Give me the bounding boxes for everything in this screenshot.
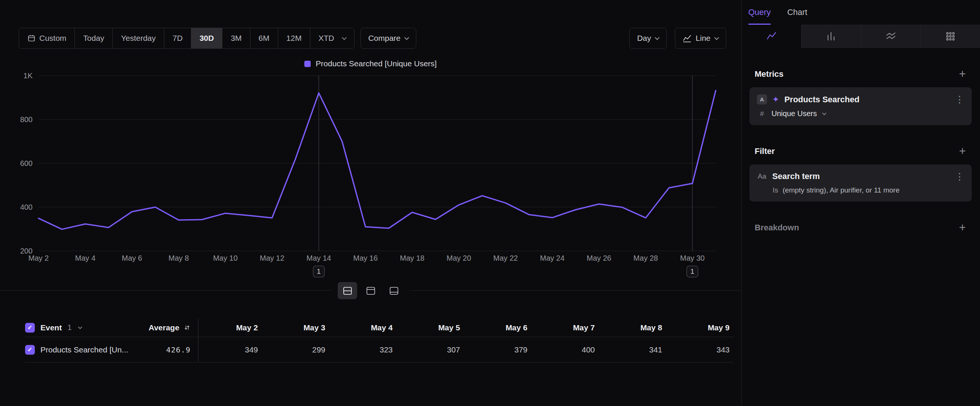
date-column-header: May 3 bbox=[266, 318, 333, 337]
average-value-cell: 426.9 bbox=[149, 337, 198, 362]
row-checkbox[interactable]: ✓ bbox=[25, 345, 35, 355]
chevron-down-icon bbox=[404, 35, 409, 40]
y-tick-label: 1K bbox=[24, 72, 33, 80]
value-cell: 299 bbox=[266, 337, 333, 362]
layout-toggle-group bbox=[332, 282, 409, 299]
range-12m-button[interactable]: 12M bbox=[278, 28, 310, 48]
view-tab-metric[interactable] bbox=[921, 25, 980, 48]
chevron-down-icon bbox=[822, 111, 827, 115]
date-column-header: May 9 bbox=[670, 318, 737, 337]
app-window: CustomTodayYesterday7D30D3M6M12MXTD Comp… bbox=[0, 0, 980, 406]
x-tick-label: May 10 bbox=[213, 254, 238, 262]
event-sparkle-icon: ✦ bbox=[772, 96, 779, 104]
sidebar-body: Metrics + A ✦ Products Searched ⋮ # Uniq… bbox=[741, 68, 980, 233]
breakdown-heading: Breakdown bbox=[755, 223, 799, 232]
bar-chart-icon bbox=[826, 31, 837, 42]
date-column-header: May 4 bbox=[333, 318, 400, 337]
main-area: CustomTodayYesterday7D30D3M6M12MXTD Comp… bbox=[0, 0, 741, 406]
x-tick-label: May 16 bbox=[353, 254, 378, 262]
sidebar-tabs: Query Chart bbox=[741, 0, 980, 25]
add-metric-button[interactable]: + bbox=[959, 68, 966, 80]
average-label: Average bbox=[149, 323, 179, 332]
series-line bbox=[38, 91, 716, 229]
toolbar-right: Day Line bbox=[629, 28, 726, 49]
x-tick-label: May 2 bbox=[29, 254, 49, 262]
line-chart-canvas: 2004006008001KMay 2May 4May 6May 8May 10… bbox=[15, 69, 730, 284]
view-tab-stacked[interactable] bbox=[861, 25, 921, 48]
top-view-icon bbox=[366, 286, 376, 296]
chart-toolbar: CustomTodayYesterday7D30D3M6M12MXTD Comp… bbox=[19, 28, 726, 49]
line-chart-icon bbox=[683, 34, 691, 43]
range-today-button[interactable]: Today bbox=[75, 28, 113, 48]
filter-operator: Is bbox=[773, 186, 778, 194]
chart-type-button[interactable]: Line bbox=[675, 28, 726, 49]
line-chart: 2004006008001KMay 2May 4May 6May 8May 10… bbox=[15, 69, 741, 284]
add-breakdown-button[interactable]: + bbox=[959, 222, 966, 233]
range-7d-button[interactable]: 7D bbox=[164, 28, 191, 48]
metric-card[interactable]: A ✦ Products Searched ⋮ # Unique Users bbox=[749, 87, 972, 125]
range-6m-button[interactable]: 6M bbox=[250, 28, 278, 48]
value-cell: 343 bbox=[670, 337, 737, 362]
event-label: Event bbox=[40, 323, 62, 332]
view-tab-bar[interactable] bbox=[801, 25, 861, 48]
chevron-down-icon bbox=[342, 35, 347, 40]
measure-row[interactable]: # Unique Users bbox=[757, 109, 964, 118]
average-header-cell[interactable]: Average bbox=[149, 318, 198, 337]
data-table: ✓ Event 1 Average May 2May 3May 4May 5Ma… bbox=[15, 318, 734, 363]
view-tab-line[interactable] bbox=[741, 25, 801, 48]
layout-split-button[interactable] bbox=[338, 282, 357, 299]
stacked-chart-icon bbox=[885, 31, 897, 42]
chart-view-tabs bbox=[741, 25, 980, 48]
add-filter-button[interactable]: + bbox=[959, 145, 966, 157]
value-cell: 400 bbox=[535, 337, 602, 362]
x-tick-label: May 4 bbox=[75, 254, 95, 262]
series-badge: A bbox=[757, 94, 767, 105]
date-range-group: CustomTodayYesterday7D30D3M6M12MXTD bbox=[19, 28, 355, 49]
chevron-down-icon[interactable] bbox=[78, 325, 82, 329]
tab-chart[interactable]: Chart bbox=[787, 0, 807, 25]
layout-table-only-button[interactable] bbox=[384, 282, 404, 299]
chart-table-divider bbox=[0, 290, 741, 291]
date-column-header: May 6 bbox=[468, 318, 535, 337]
tab-query[interactable]: Query bbox=[748, 0, 771, 25]
value-cell: 341 bbox=[602, 337, 670, 362]
granularity-label: Day bbox=[637, 34, 651, 43]
filter-condition-row[interactable]: Is (empty string), Air purifier, or 11 m… bbox=[757, 186, 964, 194]
row-name: Products Searched [Un... bbox=[40, 345, 128, 354]
date-column-header: May 5 bbox=[400, 318, 468, 337]
metric-name: Products Searched bbox=[784, 95, 859, 105]
y-tick-label: 400 bbox=[20, 203, 33, 211]
range-custom-button[interactable]: Custom bbox=[19, 28, 75, 48]
filter-section-header: Filter + bbox=[755, 145, 966, 157]
x-tick-label: May 14 bbox=[307, 254, 331, 262]
granularity-button[interactable]: Day bbox=[629, 28, 667, 49]
metric-grid-icon bbox=[945, 31, 956, 42]
range-3m-button[interactable]: 3M bbox=[222, 28, 250, 48]
x-tick-label: May 28 bbox=[633, 254, 658, 262]
layout-chart-only-button[interactable] bbox=[361, 282, 380, 299]
legend-label: Products Searched [Unique Users] bbox=[315, 59, 436, 68]
y-tick-label: 600 bbox=[20, 159, 33, 167]
line-chart-icon bbox=[766, 31, 777, 42]
bottom-view-icon bbox=[389, 286, 399, 296]
chevron-down-icon bbox=[714, 35, 719, 40]
range-yesterday-button[interactable]: Yesterday bbox=[113, 28, 164, 48]
range-30d-button[interactable]: 30D bbox=[191, 28, 223, 48]
annotation-badge[interactable]: 1 bbox=[687, 266, 698, 277]
legend-swatch bbox=[304, 61, 311, 67]
chart-legend: Products Searched [Unique Users] bbox=[0, 59, 741, 69]
annotation-badge[interactable]: 1 bbox=[313, 266, 325, 277]
hash-icon: # bbox=[757, 110, 767, 118]
kebab-menu-icon[interactable]: ⋮ bbox=[955, 95, 964, 104]
compare-button[interactable]: Compare bbox=[361, 28, 416, 49]
range-xtd-button[interactable]: XTD bbox=[310, 28, 354, 48]
table-data-row: ✓ Products Searched [Un... 426.9 3492993… bbox=[25, 337, 734, 363]
x-tick-label: May 8 bbox=[169, 254, 189, 262]
text-type-icon: Aa bbox=[757, 172, 767, 180]
kebab-menu-icon[interactable]: ⋮ bbox=[955, 172, 964, 181]
select-all-checkbox[interactable]: ✓ bbox=[25, 323, 35, 333]
table-header-row: ✓ Event 1 Average May 2May 3May 4May 5Ma… bbox=[25, 318, 734, 337]
filter-card[interactable]: Aa Search term ⋮ Is (empty string), Air … bbox=[749, 164, 972, 202]
compare-label: Compare bbox=[368, 34, 401, 43]
query-sidebar: Query Chart Metrics + A bbox=[741, 0, 980, 406]
